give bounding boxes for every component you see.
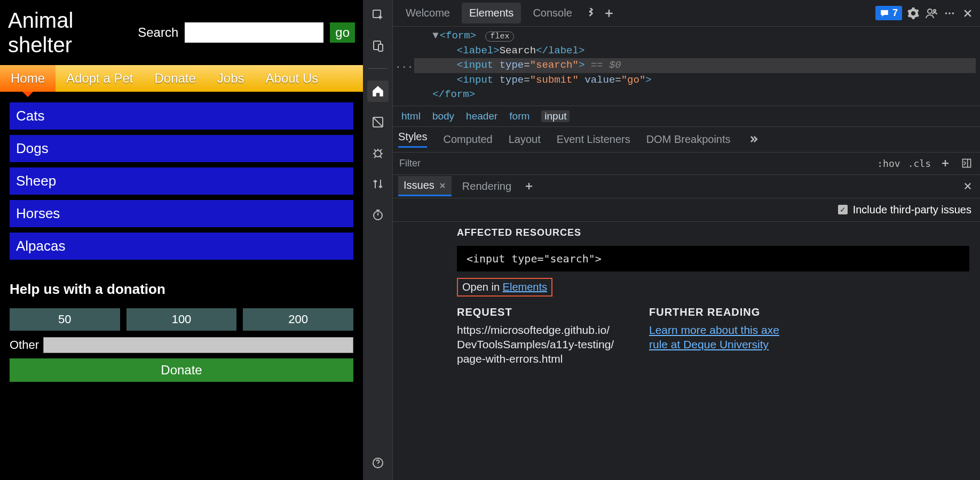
styles-tab-computed[interactable]: Computed bbox=[443, 133, 492, 146]
svg-point-4 bbox=[375, 150, 381, 157]
close-icon[interactable] bbox=[439, 182, 446, 189]
list-item[interactable]: Alpacas bbox=[10, 233, 353, 260]
animal-list: Cats Dogs Sheep Horses Alpacas bbox=[10, 102, 353, 260]
affected-resource-code: <input type="search"> bbox=[457, 246, 969, 271]
styles-tab-dom-bp[interactable]: DOM Breakpoints bbox=[646, 133, 731, 146]
performance-tool-icon[interactable] bbox=[367, 204, 389, 226]
list-item[interactable]: Dogs bbox=[10, 135, 353, 162]
dom-breadcrumb: html body header form input bbox=[393, 106, 980, 127]
cls-toggle[interactable]: .cls bbox=[908, 158, 931, 169]
svg-point-11 bbox=[952, 12, 954, 14]
account-icon[interactable] bbox=[924, 6, 938, 20]
settings-gear-icon[interactable] bbox=[906, 6, 920, 20]
other-label: Other bbox=[10, 338, 39, 352]
filter-input[interactable]: Filter bbox=[399, 158, 870, 169]
styles-tab-listeners[interactable]: Event Listeners bbox=[557, 133, 630, 146]
donation-amount-button[interactable]: 200 bbox=[243, 308, 353, 331]
close-drawer-icon[interactable] bbox=[961, 179, 975, 193]
search-submit-button[interactable]: go bbox=[330, 22, 355, 43]
tab-welcome[interactable]: Welcome bbox=[398, 3, 457, 23]
request-url: https://microsoftedge.github.io/DevTools… bbox=[457, 323, 617, 366]
issue-details: AFFECTED RESOURCES <input type="search">… bbox=[393, 222, 980, 480]
feedback-badge[interactable]: 7 bbox=[875, 6, 902, 20]
breadcrumb-item[interactable]: header bbox=[466, 110, 497, 122]
drawer-tab-issues[interactable]: Issues bbox=[398, 176, 452, 196]
further-reading-column: FURTHER READING Learn more about this ax… bbox=[649, 306, 799, 366]
breadcrumb-item[interactable]: input bbox=[541, 110, 570, 122]
divider bbox=[368, 68, 388, 69]
feedback-count: 7 bbox=[892, 7, 898, 19]
tab-console[interactable]: Console bbox=[525, 3, 579, 23]
device-toggle-icon[interactable] bbox=[367, 35, 389, 57]
nav-adopt[interactable]: Adopt a Pet bbox=[56, 65, 144, 92]
add-tab-icon[interactable] bbox=[602, 6, 616, 20]
list-item[interactable]: Cats bbox=[10, 102, 353, 130]
request-heading: REQUEST bbox=[457, 306, 617, 318]
breadcrumb-item[interactable]: form bbox=[509, 110, 529, 122]
devtools-tab-bar: Welcome Elements Console 7 bbox=[393, 0, 980, 27]
request-column: REQUEST https://microsoftedge.github.io/… bbox=[457, 306, 617, 366]
styles-tab-layout[interactable]: Layout bbox=[509, 133, 541, 146]
dom-tree[interactable]: ▼<form> flex <label>Search</label> <inpu… bbox=[393, 27, 980, 106]
tab-elements[interactable]: Elements bbox=[462, 3, 521, 23]
breadcrumb-item[interactable]: html bbox=[401, 110, 421, 122]
search-input[interactable] bbox=[185, 22, 323, 43]
open-in-elements-link[interactable]: Elements bbox=[503, 281, 547, 293]
devtools: Welcome Elements Console 7 bbox=[363, 0, 980, 480]
nav-home[interactable]: Home bbox=[0, 65, 56, 92]
network-tool-icon[interactable] bbox=[367, 173, 389, 195]
include-third-party-label: Include third-party issues bbox=[853, 204, 971, 216]
donation-heading: Help us with a donation bbox=[10, 281, 353, 298]
nav-about[interactable]: About Us bbox=[255, 65, 329, 92]
more-styles-tabs-icon[interactable] bbox=[747, 132, 761, 146]
drawer-tabs: Issues Rendering bbox=[393, 175, 980, 198]
nav-donate[interactable]: Donate bbox=[144, 65, 206, 92]
svg-rect-2 bbox=[378, 44, 383, 51]
breadcrumb-item[interactable]: body bbox=[432, 110, 454, 122]
webpage-preview: Animal shelter Search go Home Adopt a Pe… bbox=[0, 0, 363, 480]
svg-point-7 bbox=[928, 9, 932, 13]
hov-toggle[interactable]: :hov bbox=[877, 158, 900, 169]
svg-rect-12 bbox=[963, 159, 971, 167]
svg-point-10 bbox=[949, 12, 951, 14]
drawer-tab-rendering[interactable]: Rendering bbox=[457, 177, 517, 196]
sources-tool-icon[interactable] bbox=[367, 111, 389, 133]
close-devtools-icon[interactable] bbox=[961, 6, 975, 20]
page-content: Cats Dogs Sheep Horses Alpacas Help us w… bbox=[0, 92, 363, 393]
other-amount-input[interactable] bbox=[43, 337, 353, 353]
further-reading-heading: FURTHER READING bbox=[649, 306, 799, 318]
dom-selected-node[interactable]: <input type="search"> == $0 bbox=[414, 58, 976, 73]
inspect-icon[interactable] bbox=[367, 4, 389, 26]
nav-jobs[interactable]: Jobs bbox=[207, 65, 255, 92]
list-item[interactable]: Sheep bbox=[10, 167, 353, 195]
affected-resources-heading: AFFECTED RESOURCES bbox=[457, 227, 969, 238]
devtools-main: Welcome Elements Console 7 bbox=[393, 0, 980, 480]
svg-point-9 bbox=[945, 12, 947, 14]
computed-sidebar-icon[interactable] bbox=[960, 156, 974, 170]
donation-other-row: Other bbox=[10, 337, 353, 353]
donation-amount-button[interactable]: 100 bbox=[127, 308, 237, 331]
styles-filter-row: Filter :hov .cls bbox=[393, 153, 980, 175]
help-icon[interactable] bbox=[367, 452, 389, 474]
more-tabs-icon[interactable] bbox=[584, 6, 598, 20]
main-nav: Home Adopt a Pet Donate Jobs About Us bbox=[0, 65, 363, 92]
svg-point-8 bbox=[934, 10, 936, 12]
further-reading-link[interactable]: Learn more about this axe rule at Deque … bbox=[649, 323, 799, 352]
list-item[interactable]: Horses bbox=[10, 200, 353, 227]
new-style-rule-icon[interactable] bbox=[938, 156, 952, 170]
checkbox-checked-icon[interactable]: ✓ bbox=[838, 205, 848, 214]
donation-amount-button[interactable]: 50 bbox=[10, 308, 120, 331]
open-in-elements: Open in Elements bbox=[457, 278, 552, 297]
donation-amounts: 50 100 200 bbox=[10, 308, 353, 331]
flex-badge[interactable]: flex bbox=[485, 31, 514, 42]
search-form: Search go bbox=[138, 22, 355, 43]
devtools-activity-bar bbox=[363, 0, 393, 480]
page-header: Animal shelter Search go bbox=[0, 0, 363, 65]
more-menu-icon[interactable] bbox=[943, 6, 957, 20]
styles-tabs: Styles Computed Layout Event Listeners D… bbox=[393, 127, 980, 153]
elements-tool-icon[interactable] bbox=[367, 81, 389, 102]
add-drawer-tab-icon[interactable] bbox=[522, 179, 536, 193]
donate-button[interactable]: Donate bbox=[10, 358, 353, 382]
styles-tab-styles[interactable]: Styles bbox=[398, 131, 427, 148]
bug-icon[interactable] bbox=[367, 142, 389, 164]
